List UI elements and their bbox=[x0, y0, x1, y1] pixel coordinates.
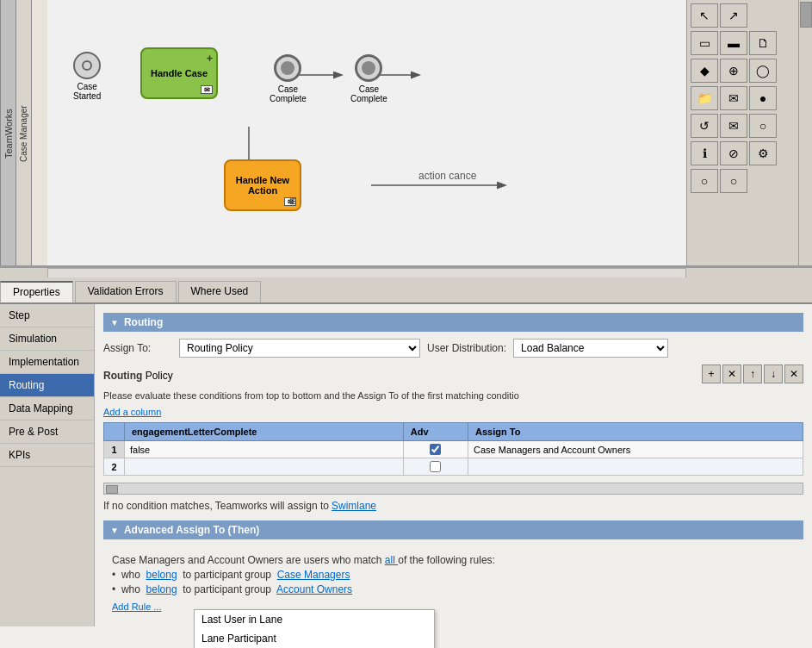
properties-panel: Properties Validation Errors Where Used … bbox=[0, 277, 812, 648]
rule-1-middle: to participant group bbox=[183, 569, 271, 581]
rule-1-belong-link[interactable]: belong bbox=[146, 569, 177, 581]
advanced-section: ▼ Advanced Assign To (Then) Case Manager… bbox=[103, 520, 803, 618]
case-started-label: CaseStarted bbox=[73, 82, 101, 101]
table-row: 1 false Case Managers and Account Owners bbox=[104, 441, 803, 458]
refresh-btn[interactable]: ↺ bbox=[691, 114, 718, 138]
v-scrollbar[interactable] bbox=[798, 0, 812, 267]
case-managers-link[interactable]: Case Managers bbox=[277, 569, 350, 581]
routing-policy-text: Policy bbox=[146, 370, 173, 382]
user-distribution-select[interactable]: Load Balance bbox=[513, 339, 668, 358]
account-owners-link[interactable]: Account Owners bbox=[276, 583, 352, 595]
split-rect-btn[interactable]: ▬ bbox=[720, 31, 747, 55]
case-complete-1-label: CaseComplete bbox=[270, 84, 307, 103]
nav-kpis[interactable]: KPIs bbox=[0, 444, 94, 467]
row-1-adv[interactable] bbox=[403, 441, 468, 458]
routing-label-text: Routing bbox=[103, 370, 146, 382]
rule-1: • who belong to participant group Case M… bbox=[112, 569, 795, 581]
select-right-btn[interactable]: ↗ bbox=[720, 3, 747, 28]
nav-step[interactable]: Step bbox=[0, 304, 94, 327]
assign-to-dropdown[interactable]: Last User in Lane Lane Participant Routi… bbox=[194, 609, 435, 626]
col-header-assign-to[interactable]: Assign To bbox=[468, 423, 803, 441]
row-2-adv-checkbox[interactable] bbox=[430, 461, 441, 472]
advanced-toggle-icon[interactable]: ▼ bbox=[110, 526, 119, 535]
nav-routing[interactable]: Routing bbox=[0, 374, 94, 397]
tab-validation[interactable]: Validation Errors bbox=[75, 281, 177, 302]
info-btn[interactable]: ℹ bbox=[691, 141, 718, 165]
table-delete-btn[interactable]: ✕ bbox=[722, 364, 741, 383]
table-close-btn[interactable]: ✕ bbox=[784, 364, 803, 383]
handle-case-task[interactable]: Handle Case + ✉ bbox=[140, 47, 218, 99]
row-1-assign-to[interactable]: Case Managers and Account Owners bbox=[468, 441, 803, 458]
handle-case-node[interactable]: Handle Case + ✉ bbox=[140, 47, 218, 99]
diamond-btn[interactable]: ◆ bbox=[691, 59, 718, 83]
table-up-btn[interactable]: ↑ bbox=[743, 364, 762, 383]
advanced-content: Case Managers and Account Owners are use… bbox=[103, 546, 803, 618]
rect-btn[interactable]: ▭ bbox=[691, 31, 718, 55]
tab-properties[interactable]: Properties bbox=[0, 281, 73, 302]
section-toggle-icon[interactable]: ▼ bbox=[110, 318, 119, 327]
rule-1-who: who bbox=[121, 569, 140, 581]
circle4-btn[interactable]: ○ bbox=[720, 169, 747, 193]
noentry-btn[interactable]: ⊘ bbox=[720, 141, 747, 165]
row-2-col1[interactable] bbox=[125, 458, 404, 476]
user-distribution-label: User Distribution: bbox=[427, 342, 506, 354]
tab-where-used[interactable]: Where Used bbox=[178, 281, 262, 302]
table-h-scroll[interactable] bbox=[103, 483, 803, 495]
gear-btn[interactable]: ⚙ bbox=[749, 141, 777, 165]
v-scrollbar-thumb[interactable] bbox=[800, 2, 812, 28]
left-sidebar: TeamWorks Case Manager bbox=[0, 0, 47, 267]
add-rule-link[interactable]: Add Rule ... bbox=[112, 601, 161, 612]
h-scrollbar[interactable] bbox=[0, 267, 812, 277]
advanced-title: Advanced Assign To (Then) bbox=[124, 524, 259, 536]
case-complete-2-node[interactable]: CaseComplete bbox=[350, 54, 387, 103]
routing-policy-label: Routing Policy bbox=[103, 370, 173, 382]
swimlane-link[interactable]: Swimlane bbox=[332, 500, 376, 512]
plus-circle-btn[interactable]: ⊕ bbox=[720, 59, 747, 83]
arrows-svg: action cance bbox=[47, 0, 686, 267]
nav-implementation[interactable]: Implementation bbox=[0, 351, 94, 374]
row-1-num: 1 bbox=[104, 441, 125, 458]
routing-table: engagementLetterComplete Adv Assign To 1… bbox=[103, 422, 803, 476]
nav-pre-post[interactable]: Pre & Post bbox=[0, 421, 94, 444]
nav-data-mapping[interactable]: Data Mapping bbox=[0, 397, 94, 421]
case-started-node[interactable]: CaseStarted bbox=[73, 52, 101, 101]
page-btn[interactable]: 🗋 bbox=[749, 31, 777, 55]
advanced-description-line: Case Managers and Account Owners are use… bbox=[112, 554, 795, 566]
handle-new-action-node[interactable]: Handle NewAction ✉ ⊞ bbox=[224, 159, 301, 211]
col-header-engagement[interactable]: engagementLetterComplete bbox=[125, 423, 404, 441]
advanced-of-text: of the following rules: bbox=[398, 554, 495, 566]
advanced-desc-text: Case Managers and Account Owners are use… bbox=[112, 554, 382, 566]
row-2-adv[interactable] bbox=[403, 458, 468, 476]
table-h-scroll-thumb[interactable] bbox=[106, 485, 118, 494]
teamworks-label: TeamWorks bbox=[0, 0, 15, 267]
email-btn[interactable]: ✉ bbox=[720, 86, 747, 110]
advanced-all-link[interactable]: all bbox=[385, 554, 398, 566]
add-column-link[interactable]: Add a column bbox=[103, 407, 161, 417]
col-header-num bbox=[104, 423, 125, 441]
globe-btn[interactable]: ◯ bbox=[749, 59, 777, 83]
email2-btn[interactable]: ✉ bbox=[720, 114, 747, 138]
circle3-btn[interactable]: ○ bbox=[691, 169, 718, 193]
assign-to-select[interactable]: Routing Policy bbox=[179, 339, 420, 358]
table-down-btn[interactable]: ↓ bbox=[764, 364, 783, 383]
case-complete-1-node[interactable]: CaseComplete bbox=[270, 54, 307, 103]
row-1-adv-checkbox[interactable] bbox=[430, 444, 441, 455]
col-header-adv[interactable]: Adv bbox=[403, 423, 468, 441]
routing-section-title: Routing bbox=[124, 316, 163, 328]
handle-new-action-task[interactable]: Handle NewAction ✉ ⊞ bbox=[224, 159, 301, 211]
case-complete-2-label: CaseComplete bbox=[350, 84, 387, 103]
folder-btn[interactable]: 📁 bbox=[691, 86, 718, 110]
dropdown-last-user[interactable]: Last User in Lane bbox=[195, 610, 434, 626]
circle2-btn[interactable]: ○ bbox=[749, 114, 777, 138]
circle-btn[interactable]: ● bbox=[749, 86, 777, 110]
row-2-num: 2 bbox=[104, 458, 125, 476]
select-arrow-btn[interactable]: ↖ bbox=[691, 3, 718, 28]
row-1-col1[interactable]: false bbox=[125, 441, 404, 458]
lane-label bbox=[31, 0, 47, 267]
svg-text:action cance: action cance bbox=[418, 170, 477, 182]
row-2-assign-to[interactable] bbox=[468, 458, 803, 476]
rule-2-belong-link[interactable]: belong bbox=[146, 583, 177, 595]
table-add-btn[interactable]: + bbox=[702, 364, 721, 383]
nav-simulation[interactable]: Simulation bbox=[0, 327, 94, 351]
diagram-toolbar: ↖ ↗ ▭ ▬ 🗋 ◆ ⊕ ◯ 📁 ✉ ● ↺ ✉ ○ ℹ ⊘ ⚙ ○ bbox=[686, 0, 798, 267]
